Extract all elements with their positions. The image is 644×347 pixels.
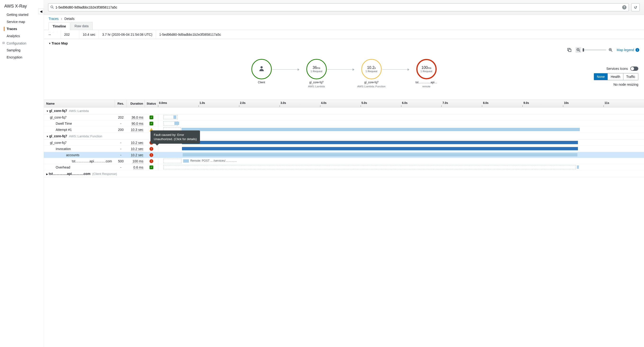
app-title: AWS X-Ray [0,2,44,11]
table-row[interactable]: Dwell Time - 90.0 ms ✓ [44,120,644,127]
col-dur[interactable]: Duration [127,100,145,107]
svg-rect-3 [569,49,571,52]
trace-summary: Method-- Response202 Duration10.4 sec Ag… [44,30,644,39]
col-name[interactable]: Name [44,100,115,107]
breadcrumb-current: Details [64,17,75,20]
zoom-slider[interactable] [583,49,606,50]
col-status[interactable]: Status [145,100,158,107]
user-icon [258,65,265,73]
sidebar: ◀ AWS X-Ray Getting started Service map … [0,0,44,347]
search-icon [50,5,54,9]
refresh-icon [634,5,637,9]
layers-icon[interactable] [566,47,572,53]
status-error-icon: ! [150,153,153,157]
node-lambda-function[interactable]: 10.2s 1 Request gl_core-fq7 AWS::Lambda:… [344,59,399,88]
group-remote[interactable]: tst………….api.……….com (Client Response) [44,170,644,177]
col-res[interactable]: Res. [115,100,127,107]
timeline-header: Name Res. Duration Status 0.0ms 1.0s 2.0… [44,100,644,107]
svg-point-0 [51,6,53,8]
main: ? Traces › Details Timeline Raw data Met… [44,0,644,347]
breadcrumb-traces-link[interactable]: Traces [48,17,58,20]
trace-map-nodes: Client 36ms 1 Request gl_core-fq7 AWS::L… [48,56,639,95]
trace-map-title[interactable]: Trace Map [48,41,639,45]
zoom-out-icon[interactable] [576,47,581,53]
map-controls: Map legend i [48,47,639,56]
summary-id: 1-5ed96d80-9d9adbbc1b2e3f3858117a5c [159,33,636,36]
breadcrumb: Traces › Details [44,15,644,22]
summary-age: 3.7 hr (2020-06-04 21:54:08 UTC) [102,33,152,36]
node-remote[interactable]: 100ms 1 Request tst………….api… remote [399,59,454,88]
refresh-button[interactable] [631,3,640,11]
tab-timeline[interactable]: Timeline [48,22,70,30]
group-lambda-function[interactable]: gl_core-fq7 AWS::Lambda::Function [44,133,644,140]
status-ok-icon: ✓ [150,122,153,125]
sidebar-section-configuration[interactable]: Configuration [0,39,44,47]
search-help-icon[interactable]: ? [622,5,626,9]
table-row[interactable]: gl_core-fq7 - 10.2 sec ! [44,140,644,146]
sidebar-item-service-map[interactable]: Service map [0,18,44,25]
trace-search-input[interactable] [48,3,629,11]
sidebar-item-traces[interactable]: Traces [0,25,44,32]
status-ok-icon: ✓ [150,115,153,119]
svg-line-6 [579,51,580,52]
topbar: ? [44,0,644,15]
timeline-table: Name Res. Duration Status 0.0ms 1.0s 2.0… [44,100,644,177]
table-row[interactable]: Attempt #1 200 10.3 sec [44,127,644,133]
services-icons-toggle[interactable] [630,66,638,71]
breadcrumb-sep: › [61,17,62,20]
sidebar-item-sampling[interactable]: Sampling [0,47,44,54]
tabs: Timeline Raw data [44,22,644,30]
node-client[interactable]: Client [234,59,289,84]
table-row[interactable]: gl_core-fq7 202 36.0 ms ✓ [44,114,644,120]
summary-duration: 10.4 sec [83,33,95,36]
summary-response: 202 [64,33,76,36]
trace-map-section: Trace Map Map legend i [44,39,644,97]
sidebar-item-encryption[interactable]: Encryption [0,54,44,61]
status-error-icon: ! [150,159,153,163]
summary-method: -- [48,33,57,36]
sidebar-item-analytics[interactable]: Analytics [0,32,44,39]
table-row[interactable]: tst………….api.……….com 500 100 ms ! Remote:… [44,158,644,164]
fault-tooltip[interactable]: Fault caused by: Error Unauthorized. (Cl… [150,130,200,144]
status-error-icon: ! [150,147,153,151]
time-axis: 0.0ms 1.0s 2.0s 3.0s 4.0s 5.0s 6.0s 7.0s… [158,100,644,107]
status-ok-icon: ✓ [150,165,153,169]
svg-line-1 [52,7,54,8]
info-icon: i [636,48,639,52]
map-legend-link[interactable]: Map legend i [617,48,639,52]
sidebar-item-getting-started[interactable]: Getting started [0,11,44,18]
zoom-in-icon[interactable] [608,47,614,53]
table-row[interactable]: Invocation - 10.2 sec ! [44,146,644,152]
group-lambda[interactable]: gl_core-fq7 AWS::Lambda [44,107,644,114]
table-row[interactable]: Overhead - 0.6 ms ✓ [44,164,644,170]
tab-raw-data[interactable]: Raw data [70,22,93,30]
node-lambda[interactable]: 36ms 1 Request gl_core-fq7 AWS::Lambda [289,59,344,88]
table-row[interactable]: accounts - 10.2 sec ! [44,152,644,158]
svg-point-11 [260,66,262,68]
svg-line-10 [611,51,612,52]
